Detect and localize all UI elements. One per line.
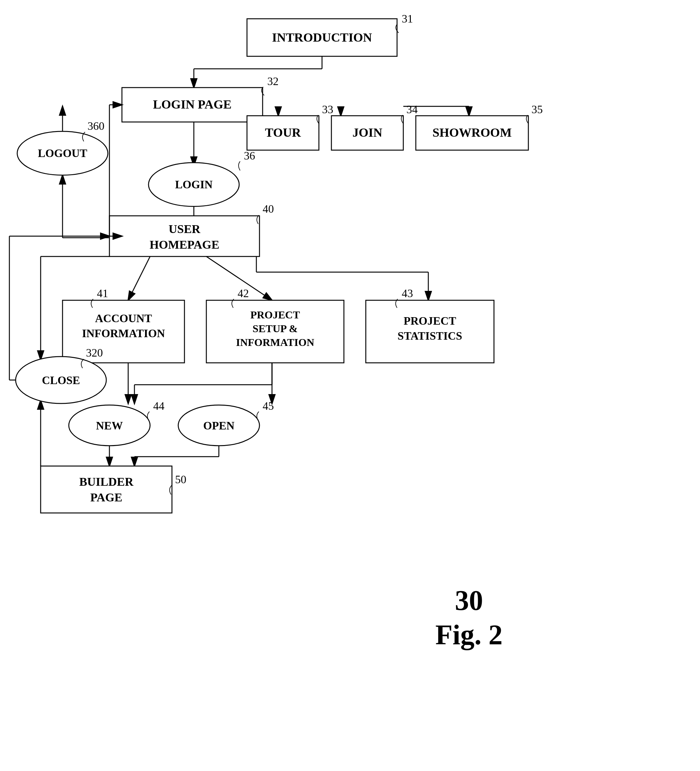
- figure-number: 30: [455, 585, 483, 616]
- ref-36: 36: [244, 150, 255, 162]
- diagram-container: INTRODUCTION 31 LOGIN PAGE 32 TOUR 33 JO…: [0, 0, 700, 771]
- builder-page-label-1: BUILDER: [79, 475, 133, 488]
- showroom-label: SHOWROOM: [432, 125, 512, 140]
- ref-33: 33: [322, 103, 333, 116]
- ref-360: 360: [88, 120, 104, 132]
- ref-35: 35: [531, 103, 543, 116]
- logout-label: LOGOUT: [38, 147, 87, 159]
- ref-50: 50: [175, 473, 186, 486]
- ref-44: 44: [153, 400, 164, 412]
- account-information-label-2: INFORMATION: [82, 327, 165, 340]
- ref-31: 31: [402, 13, 413, 25]
- new-label: NEW: [96, 420, 123, 432]
- ref-320: 320: [86, 346, 103, 359]
- ref-32: 32: [267, 75, 279, 88]
- ref-34: 34: [406, 103, 418, 116]
- tour-label: TOUR: [265, 125, 301, 140]
- project-setup-label-2: SETUP &: [253, 323, 298, 334]
- ref-42: 42: [238, 287, 249, 300]
- svg-line-13: [128, 257, 150, 300]
- project-statistics-label-1: PROJECT: [404, 315, 456, 327]
- project-setup-label-3: INFORMATION: [236, 337, 315, 348]
- ref-45: 45: [263, 400, 274, 412]
- ref-43: 43: [402, 287, 413, 300]
- builder-page-label-2: PAGE: [90, 491, 123, 504]
- diagram-svg: INTRODUCTION 31 LOGIN PAGE 32 TOUR 33 JO…: [0, 0, 700, 771]
- login-page-label: LOGIN PAGE: [153, 97, 232, 111]
- project-setup-label-1: PROJECT: [250, 309, 300, 320]
- user-homepage-label-2: HOMEPAGE: [149, 238, 219, 251]
- login-label: LOGIN: [175, 178, 213, 191]
- close-label: CLOSE: [42, 374, 80, 387]
- introduction-label: INTRODUCTION: [272, 30, 372, 44]
- figure-label: Fig. 2: [435, 619, 503, 650]
- ref-40: 40: [263, 203, 274, 215]
- join-label: JOIN: [352, 125, 382, 140]
- ref-41: 41: [97, 287, 108, 300]
- builder-page-node: [41, 466, 172, 513]
- open-label: OPEN: [203, 420, 234, 432]
- user-homepage-label-1: USER: [169, 222, 200, 236]
- project-statistics-label-2: STATISTICS: [398, 330, 462, 342]
- account-information-label-1: ACCOUNT: [95, 312, 152, 325]
